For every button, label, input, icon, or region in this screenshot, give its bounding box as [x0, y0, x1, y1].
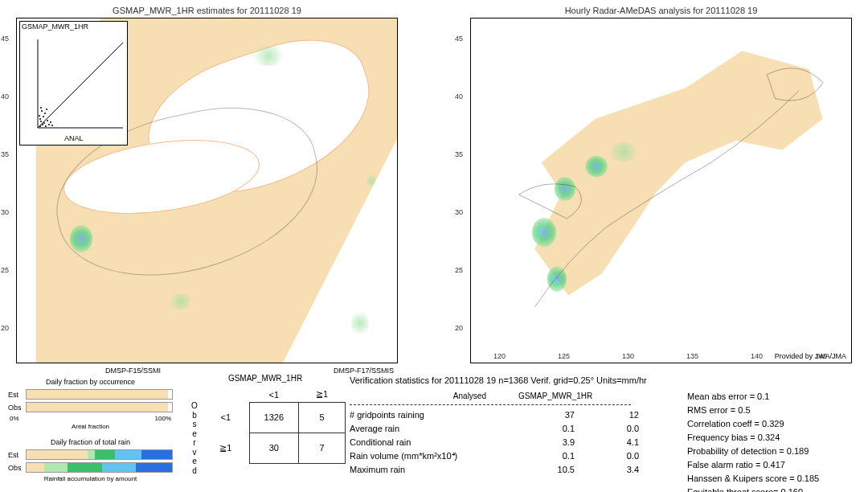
stats-score: False alarm ratio = 0.417: [687, 458, 860, 472]
lat-tick: 20: [455, 324, 463, 332]
lon-tick: 120: [493, 352, 506, 360]
stats-score: Probability of detection = 0.189: [687, 445, 860, 458]
stats-col-b: GSMAP_MWR_1HR: [510, 390, 639, 403]
cont-r2c2: 7: [298, 433, 345, 463]
stats-score: Hanssen & Kuipers score = 0.185: [687, 472, 860, 486]
svg-point-3: [39, 125, 41, 127]
stats-score: Frequency bias = 0.324: [687, 431, 860, 445]
stats-score: RMS error = 0.5: [687, 404, 860, 417]
svg-point-4: [42, 124, 43, 125]
stats-row: Rain volume (mm*km²x10⁴)0.10.0: [350, 449, 687, 463]
cont-r2c1: 30: [249, 433, 298, 463]
lat-tick: 35: [455, 150, 463, 158]
occ-x0: 0%: [10, 415, 19, 422]
rain-segment: [95, 450, 115, 459]
svg-point-17: [46, 109, 47, 110]
cont-title: GSMAP_MWR_1HR: [185, 374, 346, 383]
rain-obs-bar: [26, 462, 173, 473]
occ-obs-label: Obs: [8, 404, 26, 412]
svg-point-18: [40, 107, 42, 109]
rain-segment: [141, 450, 172, 459]
lat-tick: 45: [1, 35, 9, 43]
rain-est-bar: [26, 449, 173, 460]
svg-point-16: [51, 125, 53, 126]
svg-point-14: [50, 121, 51, 123]
lat-tick: 20: [1, 324, 9, 332]
rain-segment: [115, 450, 141, 459]
rain-title: Daily fraction of total rain: [8, 438, 173, 446]
occ-est-bar: [26, 389, 173, 400]
lat-tick: 40: [1, 92, 9, 100]
occ-x1: 100%: [155, 415, 171, 422]
occ-xlabel: Areal fraction: [8, 423, 173, 430]
rain-segment: [44, 463, 68, 472]
daily-fraction-occurrence: Daily fraction by occurrence Est Obs 0% …: [8, 378, 173, 430]
cont-row1: <1: [203, 402, 249, 433]
map-gsmap-estimates: GSMAP_MWR_1HR estimates for 20111028 19 …: [16, 18, 398, 363]
inset-scatter: GSMAP_MWR_1HR ANAL: [19, 21, 128, 146]
stats-rule: [350, 404, 631, 405]
stats-row: Maximum rain10.53.4: [350, 463, 687, 477]
svg-point-13: [39, 115, 40, 117]
stats-col-a: Analysed: [350, 390, 510, 403]
occ-obs-bar: [26, 402, 173, 412]
lon-tick: 130: [622, 352, 634, 360]
lon-tick: 135: [686, 352, 698, 360]
svg-line-2: [38, 43, 123, 128]
lat-tick: 35: [1, 150, 9, 158]
rain-segment: [27, 450, 88, 459]
lat-tick: 45: [455, 35, 463, 43]
stats-comparison-table: Analysed GSMAP_MWR_1HR # gridpoints rain…: [350, 390, 687, 492]
cont-col2: ≧1: [298, 387, 345, 402]
stats-score: Correlation coeff = 0.329: [687, 417, 860, 431]
rain-obs-label: Obs: [8, 464, 26, 472]
cont-r1c2: 5: [298, 402, 345, 433]
rain-est-label: Est: [8, 451, 26, 459]
rain-segment: [27, 463, 44, 472]
svg-point-10: [43, 116, 44, 117]
lon-tick: 140: [751, 352, 763, 360]
cont-grid: <1 ≧1 <1 1326 5 ≧1 30 7: [203, 387, 346, 464]
stats-row: Average rain0.10.0: [350, 422, 687, 436]
lon-tick: 125: [558, 352, 570, 360]
verification-statistics: Verification statistics for 20111028 19 …: [350, 374, 860, 492]
inset-title: GSMAP_MWR_1HR: [20, 22, 127, 31]
cont-r1c1: 1326: [249, 402, 298, 433]
lat-tick: 30: [455, 208, 463, 216]
svg-point-8: [39, 118, 41, 120]
lat-tick: 25: [455, 266, 463, 274]
svg-point-9: [47, 120, 48, 121]
lon-tick: 145: [815, 352, 827, 360]
rain-xlabel: Rainfall accumulation by amount: [8, 475, 173, 482]
rain-segment: [68, 463, 102, 472]
stats-row: Conditional rain3.94.1: [350, 436, 687, 449]
cont-observed-label: Observed: [190, 401, 199, 475]
lat-tick: 25: [1, 266, 9, 274]
stats-score: Equitable threat score= 0.160: [687, 486, 860, 492]
rain-segment: [136, 463, 172, 472]
stats-header: Verification statistics for 20111028 19 …: [350, 374, 860, 387]
svg-point-6: [40, 121, 42, 122]
occ-est-label: Est: [8, 391, 26, 399]
cont-row2: ≧1: [203, 433, 249, 463]
occ-title: Daily fraction by occurrence: [8, 378, 173, 386]
map-title-left: GSMAP_MWR_1HR estimates for 20111028 19: [17, 6, 397, 15]
daily-fraction-total-rain: Daily fraction of total rain Est Obs Rai…: [8, 438, 173, 482]
contingency-table: GSMAP_MWR_1HR Observed <1 ≧1 <1 1326 5 ≧…: [185, 374, 346, 464]
stats-scores: Mean abs error = 0.1RMS error = 0.5Corre…: [687, 390, 860, 492]
bottom-panel: Daily fraction by occurrence Est Obs 0% …: [8, 374, 860, 490]
rain-segment: [88, 450, 95, 459]
map-radar-amedas: Hourly Radar-AMeDAS analysis for 2011102…: [470, 18, 852, 363]
provider-label: Provided by JWA/JMA: [775, 352, 846, 360]
lat-tick: 40: [455, 92, 463, 100]
cont-col1: <1: [249, 387, 298, 402]
rain-segment: [102, 463, 136, 472]
stats-score: Mean abs error = 0.1: [687, 390, 860, 404]
stats-row: # gridpoints raining3712: [350, 408, 687, 422]
map-title-right: Hourly Radar-AMeDAS analysis for 2011102…: [471, 6, 851, 15]
svg-point-12: [44, 113, 46, 114]
svg-point-7: [45, 125, 47, 127]
svg-point-5: [43, 122, 45, 124]
lat-tick: 30: [1, 208, 9, 216]
map-canvas-right: [471, 18, 851, 363]
